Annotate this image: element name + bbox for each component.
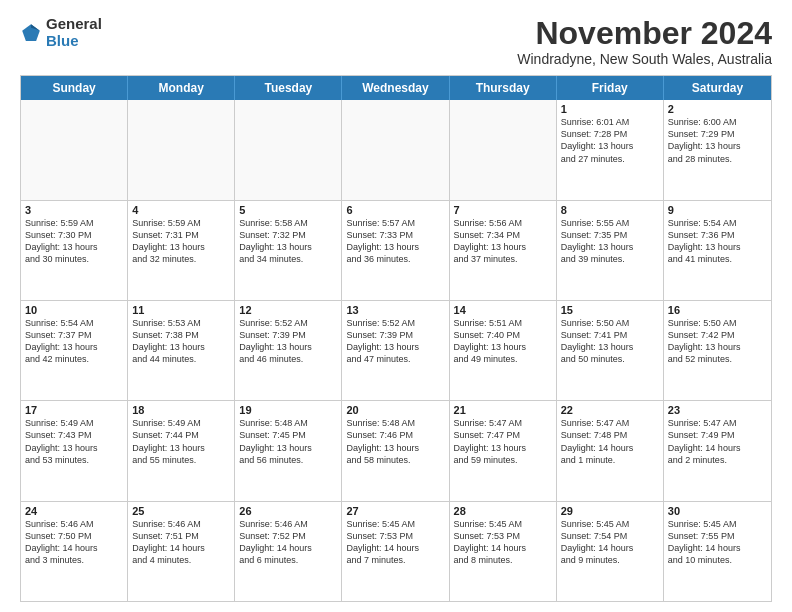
cell-line: Sunrise: 5:45 AM	[561, 518, 659, 530]
cell-line: Sunrise: 5:50 AM	[668, 317, 767, 329]
day-number: 25	[132, 505, 230, 517]
cell-line: Daylight: 13 hours	[25, 442, 123, 454]
title-block: November 2024 Windradyne, New South Wale…	[517, 16, 772, 67]
cal-cell: 20Sunrise: 5:48 AMSunset: 7:46 PMDayligh…	[342, 401, 449, 500]
cell-line: and 41 minutes.	[668, 253, 767, 265]
cell-line: Sunrise: 5:50 AM	[561, 317, 659, 329]
day-number: 29	[561, 505, 659, 517]
cell-line: Daylight: 13 hours	[25, 241, 123, 253]
cell-line: Daylight: 13 hours	[346, 241, 444, 253]
cell-line: and 53 minutes.	[25, 454, 123, 466]
day-number: 20	[346, 404, 444, 416]
cell-line: and 1 minute.	[561, 454, 659, 466]
cell-line: and 9 minutes.	[561, 554, 659, 566]
cell-line: Sunset: 7:35 PM	[561, 229, 659, 241]
cell-line: Daylight: 13 hours	[239, 442, 337, 454]
calendar-header: SundayMondayTuesdayWednesdayThursdayFrid…	[21, 76, 771, 100]
cell-line: Sunrise: 5:49 AM	[25, 417, 123, 429]
cell-line: and 3 minutes.	[25, 554, 123, 566]
cell-line: Sunset: 7:44 PM	[132, 429, 230, 441]
cal-cell: 6Sunrise: 5:57 AMSunset: 7:33 PMDaylight…	[342, 201, 449, 300]
cell-line: Sunset: 7:39 PM	[239, 329, 337, 341]
cal-cell: 27Sunrise: 5:45 AMSunset: 7:53 PMDayligh…	[342, 502, 449, 601]
day-number: 1	[561, 103, 659, 115]
cell-line: and 8 minutes.	[454, 554, 552, 566]
cell-line: Sunset: 7:49 PM	[668, 429, 767, 441]
cell-line: Sunset: 7:39 PM	[346, 329, 444, 341]
cell-line: Daylight: 14 hours	[132, 542, 230, 554]
cell-line: Sunset: 7:45 PM	[239, 429, 337, 441]
cal-cell: 13Sunrise: 5:52 AMSunset: 7:39 PMDayligh…	[342, 301, 449, 400]
cal-cell: 24Sunrise: 5:46 AMSunset: 7:50 PMDayligh…	[21, 502, 128, 601]
cell-line: Sunset: 7:31 PM	[132, 229, 230, 241]
cell-line: Sunset: 7:52 PM	[239, 530, 337, 542]
cell-line: Daylight: 13 hours	[132, 442, 230, 454]
header: General Blue November 2024 Windradyne, N…	[20, 16, 772, 67]
cell-line: Sunrise: 5:45 AM	[668, 518, 767, 530]
cell-line: Daylight: 13 hours	[561, 140, 659, 152]
cell-line: Sunset: 7:47 PM	[454, 429, 552, 441]
day-number: 16	[668, 304, 767, 316]
day-number: 13	[346, 304, 444, 316]
cal-cell: 21Sunrise: 5:47 AMSunset: 7:47 PMDayligh…	[450, 401, 557, 500]
day-number: 24	[25, 505, 123, 517]
cal-cell: 19Sunrise: 5:48 AMSunset: 7:45 PMDayligh…	[235, 401, 342, 500]
header-day-tuesday: Tuesday	[235, 76, 342, 100]
cal-cell: 29Sunrise: 5:45 AMSunset: 7:54 PMDayligh…	[557, 502, 664, 601]
cal-cell: 25Sunrise: 5:46 AMSunset: 7:51 PMDayligh…	[128, 502, 235, 601]
cell-line: Sunset: 7:32 PM	[239, 229, 337, 241]
header-day-thursday: Thursday	[450, 76, 557, 100]
cell-line: Daylight: 13 hours	[561, 241, 659, 253]
logo-general: General	[46, 16, 102, 33]
cell-line: and 42 minutes.	[25, 353, 123, 365]
cell-line: Sunrise: 5:48 AM	[346, 417, 444, 429]
cal-cell: 16Sunrise: 5:50 AMSunset: 7:42 PMDayligh…	[664, 301, 771, 400]
cal-cell: 9Sunrise: 5:54 AMSunset: 7:36 PMDaylight…	[664, 201, 771, 300]
cell-line: Sunset: 7:34 PM	[454, 229, 552, 241]
cell-line: Daylight: 14 hours	[25, 542, 123, 554]
cell-line: and 52 minutes.	[668, 353, 767, 365]
day-number: 18	[132, 404, 230, 416]
cell-line: Sunset: 7:33 PM	[346, 229, 444, 241]
cell-line: Daylight: 13 hours	[454, 241, 552, 253]
logo: General Blue	[20, 16, 102, 49]
day-number: 10	[25, 304, 123, 316]
cell-line: Sunset: 7:37 PM	[25, 329, 123, 341]
cell-line: Daylight: 14 hours	[454, 542, 552, 554]
cal-cell: 26Sunrise: 5:46 AMSunset: 7:52 PMDayligh…	[235, 502, 342, 601]
cell-line: and 44 minutes.	[132, 353, 230, 365]
day-number: 22	[561, 404, 659, 416]
cell-line: Sunrise: 5:45 AM	[454, 518, 552, 530]
day-number: 11	[132, 304, 230, 316]
week-row-2: 10Sunrise: 5:54 AMSunset: 7:37 PMDayligh…	[21, 300, 771, 400]
cell-line: Sunset: 7:51 PM	[132, 530, 230, 542]
day-number: 15	[561, 304, 659, 316]
location: Windradyne, New South Wales, Australia	[517, 51, 772, 67]
cal-cell: 8Sunrise: 5:55 AMSunset: 7:35 PMDaylight…	[557, 201, 664, 300]
cal-cell	[450, 100, 557, 199]
logo-icon	[20, 22, 42, 44]
cell-line: Daylight: 13 hours	[454, 341, 552, 353]
cell-line: and 49 minutes.	[454, 353, 552, 365]
cal-cell	[21, 100, 128, 199]
day-number: 26	[239, 505, 337, 517]
cell-line: Sunrise: 5:49 AM	[132, 417, 230, 429]
cell-line: Daylight: 14 hours	[346, 542, 444, 554]
day-number: 14	[454, 304, 552, 316]
cell-line: Daylight: 13 hours	[668, 140, 767, 152]
cell-line: Sunset: 7:55 PM	[668, 530, 767, 542]
cal-cell: 4Sunrise: 5:59 AMSunset: 7:31 PMDaylight…	[128, 201, 235, 300]
cell-line: Daylight: 13 hours	[239, 241, 337, 253]
cell-line: and 55 minutes.	[132, 454, 230, 466]
cell-line: and 28 minutes.	[668, 153, 767, 165]
cal-cell: 28Sunrise: 5:45 AMSunset: 7:53 PMDayligh…	[450, 502, 557, 601]
cell-line: and 30 minutes.	[25, 253, 123, 265]
cell-line: Sunrise: 5:59 AM	[25, 217, 123, 229]
cell-line: Sunset: 7:36 PM	[668, 229, 767, 241]
cell-line: Sunrise: 5:57 AM	[346, 217, 444, 229]
cell-line: Daylight: 13 hours	[25, 341, 123, 353]
cell-line: Daylight: 14 hours	[668, 442, 767, 454]
cell-line: Sunrise: 5:52 AM	[239, 317, 337, 329]
cell-line: and 39 minutes.	[561, 253, 659, 265]
day-number: 30	[668, 505, 767, 517]
